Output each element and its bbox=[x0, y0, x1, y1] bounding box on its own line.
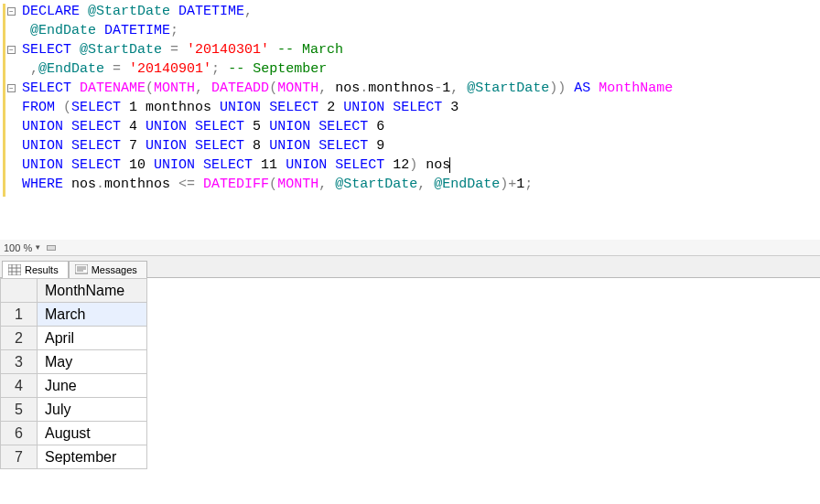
cell-monthname[interactable]: August bbox=[38, 422, 147, 445]
row-number[interactable]: 5 bbox=[1, 398, 38, 422]
sql-editor[interactable]: − − − DECLARE @StartDate DATETIME, @EndD… bbox=[0, 0, 820, 240]
results-tabs: Results Messages bbox=[0, 256, 820, 278]
column-header-monthname[interactable]: MonthName bbox=[38, 279, 147, 303]
tab-messages-label: Messages bbox=[92, 264, 137, 275]
row-number[interactable]: 4 bbox=[1, 374, 38, 398]
row-number[interactable]: 6 bbox=[1, 422, 38, 445]
fold-toggle-icon[interactable]: − bbox=[7, 46, 16, 54]
svg-rect-0 bbox=[8, 264, 21, 275]
row-selector-corner[interactable] bbox=[1, 279, 38, 303]
table-row[interactable]: 2 April bbox=[1, 327, 147, 350]
messages-icon bbox=[75, 264, 88, 275]
fold-toggle-icon[interactable]: − bbox=[7, 84, 16, 92]
table-row[interactable]: 7 September bbox=[1, 445, 147, 469]
cell-monthname[interactable]: September bbox=[38, 445, 147, 469]
tab-messages[interactable]: Messages bbox=[69, 261, 147, 278]
row-number[interactable]: 2 bbox=[1, 327, 38, 350]
cell-monthname[interactable]: July bbox=[38, 398, 147, 422]
scroll-thumb-icon[interactable] bbox=[47, 245, 56, 251]
results-grid[interactable]: MonthName 1 March 2 April 3 May 4 June 5 bbox=[0, 278, 820, 500]
table-row[interactable]: 5 July bbox=[1, 398, 147, 422]
zoom-level[interactable]: 100 % bbox=[4, 242, 32, 253]
cell-monthname[interactable]: March bbox=[38, 303, 147, 327]
row-number[interactable]: 1 bbox=[1, 303, 38, 327]
row-number[interactable]: 3 bbox=[1, 350, 38, 374]
zoom-bar: 100 % ▼ bbox=[0, 240, 820, 256]
table-row[interactable]: 1 March bbox=[1, 303, 147, 327]
row-number[interactable]: 7 bbox=[1, 445, 38, 469]
table-row[interactable]: 4 June bbox=[1, 374, 147, 398]
code-text[interactable]: DECLARE @StartDate DATETIME, @EndDate DA… bbox=[18, 2, 673, 194]
cell-monthname[interactable]: May bbox=[38, 350, 147, 374]
grid-icon bbox=[8, 264, 21, 275]
tab-results-label: Results bbox=[25, 264, 59, 275]
tab-results[interactable]: Results bbox=[2, 261, 69, 278]
table-row[interactable]: 3 May bbox=[1, 350, 147, 374]
table-header-row: MonthName bbox=[1, 279, 147, 303]
chevron-down-icon[interactable]: ▼ bbox=[34, 243, 41, 252]
editor-gutter: − − − bbox=[0, 2, 18, 194]
text-cursor bbox=[449, 157, 450, 173]
fold-toggle-icon[interactable]: − bbox=[7, 7, 16, 16]
cell-monthname[interactable]: June bbox=[38, 374, 147, 398]
table-row[interactable]: 6 August bbox=[1, 422, 147, 445]
cell-monthname[interactable]: April bbox=[38, 327, 147, 350]
